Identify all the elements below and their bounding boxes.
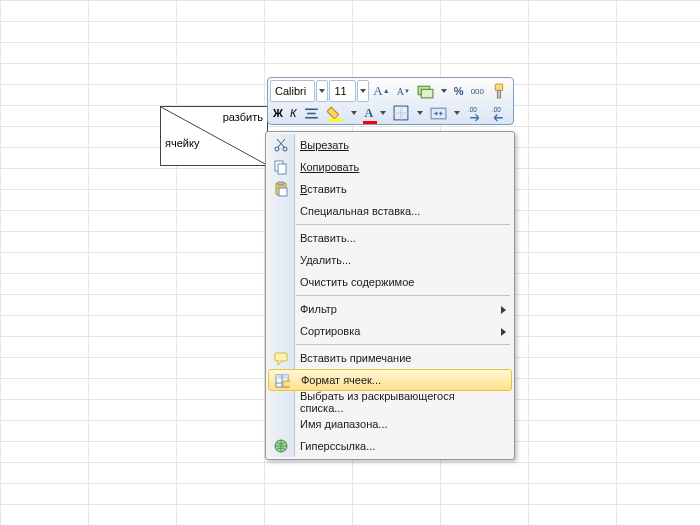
menu-item-sort[interactable]: Сортировка <box>268 320 512 342</box>
split-cell-top-text: разбить <box>223 111 263 123</box>
menu-item-delete[interactable]: Удалить... <box>268 249 512 271</box>
borders-button[interactable] <box>390 102 413 124</box>
svg-rect-29 <box>283 381 290 387</box>
svg-rect-12 <box>431 108 446 119</box>
font-size-combo[interactable]: 11 <box>329 80 356 102</box>
shrink-font-button[interactable]: A▼ <box>394 80 413 102</box>
merge-center-button[interactable] <box>427 102 450 124</box>
menu-separator <box>296 224 510 225</box>
bold-button[interactable]: Ж <box>270 102 286 124</box>
menu-item-copy[interactable]: Копировать <box>268 156 512 178</box>
font-size-dropdown[interactable] <box>357 80 369 102</box>
menu-item-clear[interactable]: Очистить содержимое <box>268 271 512 293</box>
svg-point-15 <box>275 147 279 151</box>
svg-rect-22 <box>278 182 284 185</box>
format-painter-button[interactable] <box>488 80 511 102</box>
split-cell-bottom-text: ячейку <box>165 137 199 149</box>
globe-icon <box>273 438 289 454</box>
format-cells-icon <box>274 373 290 389</box>
grow-font-button[interactable]: A▲ <box>370 80 392 102</box>
paste-icon <box>273 181 289 197</box>
menu-item-filter[interactable]: Фильтр <box>268 298 512 320</box>
menu-item-name-range[interactable]: Имя диапазона... <box>268 413 512 435</box>
mini-toolbar: Calibri 11 A▲ A▼ % 000 Ж К А <box>267 77 514 125</box>
svg-rect-23 <box>279 188 287 196</box>
increase-decimal-button[interactable]: .00 <box>464 102 487 124</box>
menu-item-insert-comment[interactable]: Вставить примечание <box>268 347 512 369</box>
menu-item-paste-special[interactable]: Специальная вставка... <box>268 200 512 222</box>
menu-item-paste[interactable]: Вставить <box>268 178 512 200</box>
merge-center-dropdown[interactable] <box>451 102 463 124</box>
borders-dropdown[interactable] <box>414 102 426 124</box>
svg-rect-4 <box>497 90 500 97</box>
percent-style-button[interactable]: % <box>451 80 467 102</box>
align-center-button[interactable] <box>300 102 323 124</box>
italic-button[interactable]: К <box>287 102 299 124</box>
decrease-decimal-button[interactable]: .00 <box>488 102 511 124</box>
svg-rect-20 <box>278 164 286 174</box>
font-name-dropdown[interactable] <box>316 80 328 102</box>
font-color-dropdown[interactable] <box>377 102 389 124</box>
svg-text:.00: .00 <box>492 106 501 113</box>
svg-rect-3 <box>495 84 502 90</box>
svg-text:.00: .00 <box>468 106 477 113</box>
accounting-format-button[interactable] <box>414 80 437 102</box>
svg-rect-2 <box>421 89 433 98</box>
comma-style-button[interactable]: 000 <box>468 80 487 102</box>
context-menu: Вырезать Копировать Вставить Специальная… <box>265 131 515 460</box>
svg-rect-8 <box>329 118 344 121</box>
menu-item-hyperlink[interactable]: Гиперссылка... <box>268 435 512 457</box>
fill-color-dropdown[interactable] <box>348 102 360 124</box>
submenu-arrow-icon <box>501 326 506 338</box>
menu-item-insert[interactable]: Вставить... <box>268 227 512 249</box>
font-name-combo[interactable]: Calibri <box>270 80 315 102</box>
comment-icon <box>273 350 289 366</box>
svg-line-18 <box>277 139 284 147</box>
menu-item-cut[interactable]: Вырезать <box>268 134 512 156</box>
svg-rect-24 <box>275 353 287 361</box>
accounting-format-dropdown[interactable] <box>438 80 450 102</box>
submenu-arrow-icon <box>501 304 506 316</box>
svg-point-16 <box>283 147 287 151</box>
menu-separator <box>296 295 510 296</box>
menu-separator <box>296 344 510 345</box>
menu-item-from-dropdown[interactable]: Выбрать из раскрывающегося списка... <box>268 391 512 413</box>
menu-item-format-cells[interactable]: Формат ячеек... <box>268 369 512 391</box>
svg-line-17 <box>278 139 285 147</box>
copy-icon <box>273 159 289 175</box>
fill-color-button[interactable] <box>324 102 347 124</box>
font-color-button[interactable]: А <box>361 102 376 124</box>
diagonal-split-cell[interactable]: разбить ячейку <box>160 106 268 166</box>
scissors-icon <box>273 137 289 153</box>
